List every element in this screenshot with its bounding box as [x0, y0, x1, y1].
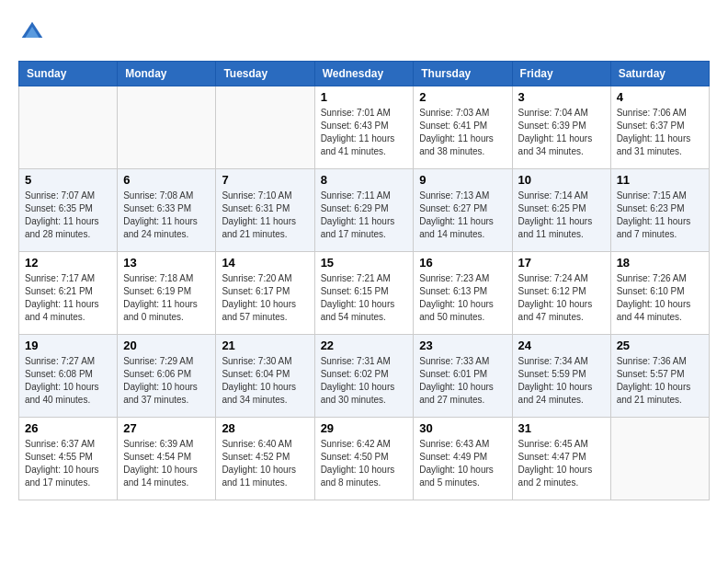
- calendar-cell: [19, 86, 118, 169]
- day-number: 5: [25, 173, 111, 187]
- cell-content: Sunrise: 7:13 AM Sunset: 6:27 PM Dayligh…: [419, 190, 506, 241]
- day-number: 23: [419, 339, 506, 352]
- cell-content: Sunrise: 7:29 AM Sunset: 6:06 PM Dayligh…: [123, 355, 210, 407]
- calendar-cell: 26Sunrise: 6:37 AM Sunset: 4:55 PM Dayli…: [19, 418, 118, 500]
- cell-content: Sunrise: 7:10 AM Sunset: 6:31 PM Dayligh…: [222, 190, 308, 241]
- calendar-cell: 5Sunrise: 7:07 AM Sunset: 6:35 PM Daylig…: [19, 169, 118, 252]
- cell-content: Sunrise: 6:40 AM Sunset: 4:52 PM Dayligh…: [222, 438, 308, 489]
- day-number: 4: [617, 90, 703, 104]
- cell-content: Sunrise: 6:45 AM Sunset: 4:47 PM Dayligh…: [518, 438, 605, 489]
- day-number: 16: [419, 256, 506, 270]
- cell-content: Sunrise: 7:11 AM Sunset: 6:29 PM Dayligh…: [321, 190, 408, 241]
- calendar-cell: 13Sunrise: 7:18 AM Sunset: 6:19 PM Dayli…: [118, 252, 216, 335]
- cell-content: Sunrise: 7:17 AM Sunset: 6:21 PM Dayligh…: [25, 272, 111, 324]
- day-number: 13: [123, 256, 210, 270]
- calendar-cell: 18Sunrise: 7:26 AM Sunset: 6:10 PM Dayli…: [610, 252, 709, 335]
- day-number: 12: [25, 256, 111, 270]
- calendar-cell: 27Sunrise: 6:39 AM Sunset: 4:54 PM Dayli…: [118, 418, 216, 500]
- cell-content: Sunrise: 7:08 AM Sunset: 6:33 PM Dayligh…: [123, 190, 210, 241]
- day-number: 15: [321, 256, 408, 270]
- calendar-header-friday: Friday: [512, 62, 610, 86]
- cell-content: Sunrise: 7:03 AM Sunset: 6:41 PM Dayligh…: [419, 107, 506, 158]
- calendar-cell: 4Sunrise: 7:06 AM Sunset: 6:37 PM Daylig…: [610, 86, 709, 169]
- logo: [18, 18, 50, 46]
- calendar-header-thursday: Thursday: [414, 62, 512, 86]
- day-number: 9: [419, 173, 506, 187]
- day-number: 31: [518, 421, 605, 435]
- cell-content: Sunrise: 7:04 AM Sunset: 6:39 PM Dayligh…: [518, 107, 605, 158]
- calendar-week-row: 5Sunrise: 7:07 AM Sunset: 6:35 PM Daylig…: [19, 169, 710, 252]
- day-number: 19: [25, 339, 111, 352]
- calendar-cell: 17Sunrise: 7:24 AM Sunset: 6:12 PM Dayli…: [512, 252, 610, 335]
- day-number: 7: [222, 173, 308, 187]
- calendar-week-row: 12Sunrise: 7:17 AM Sunset: 6:21 PM Dayli…: [19, 252, 710, 335]
- cell-content: Sunrise: 7:31 AM Sunset: 6:02 PM Dayligh…: [321, 355, 408, 407]
- calendar-cell: 7Sunrise: 7:10 AM Sunset: 6:31 PM Daylig…: [216, 169, 314, 252]
- calendar-cell: [216, 86, 314, 169]
- calendar-cell: [610, 418, 709, 500]
- calendar-cell: 25Sunrise: 7:36 AM Sunset: 5:57 PM Dayli…: [610, 335, 709, 418]
- calendar-cell: 16Sunrise: 7:23 AM Sunset: 6:13 PM Dayli…: [414, 252, 512, 335]
- cell-content: Sunrise: 6:42 AM Sunset: 4:50 PM Dayligh…: [321, 438, 408, 489]
- calendar-cell: 24Sunrise: 7:34 AM Sunset: 5:59 PM Dayli…: [512, 335, 610, 418]
- calendar-cell: [118, 86, 216, 169]
- calendar-cell: 1Sunrise: 7:01 AM Sunset: 6:43 PM Daylig…: [314, 86, 414, 169]
- calendar-cell: 11Sunrise: 7:15 AM Sunset: 6:23 PM Dayli…: [610, 169, 709, 252]
- day-number: 8: [321, 173, 408, 187]
- day-number: 21: [222, 339, 308, 352]
- cell-content: Sunrise: 6:39 AM Sunset: 4:54 PM Dayligh…: [123, 438, 210, 489]
- calendar-header-row: SundayMondayTuesdayWednesdayThursdayFrid…: [19, 62, 710, 86]
- day-number: 26: [25, 421, 111, 435]
- cell-content: Sunrise: 7:01 AM Sunset: 6:43 PM Dayligh…: [321, 107, 408, 158]
- day-number: 6: [123, 173, 210, 187]
- cell-content: Sunrise: 7:24 AM Sunset: 6:12 PM Dayligh…: [518, 272, 605, 324]
- day-number: 27: [123, 421, 210, 435]
- calendar-cell: 23Sunrise: 7:33 AM Sunset: 6:01 PM Dayli…: [414, 335, 512, 418]
- calendar-cell: 20Sunrise: 7:29 AM Sunset: 6:06 PM Dayli…: [118, 335, 216, 418]
- calendar-cell: 8Sunrise: 7:11 AM Sunset: 6:29 PM Daylig…: [314, 169, 414, 252]
- day-number: 18: [617, 256, 703, 270]
- cell-content: Sunrise: 7:30 AM Sunset: 6:04 PM Dayligh…: [222, 355, 308, 407]
- day-number: 24: [518, 339, 605, 352]
- cell-content: Sunrise: 7:36 AM Sunset: 5:57 PM Dayligh…: [617, 355, 703, 407]
- day-number: 14: [222, 256, 308, 270]
- day-number: 25: [617, 339, 703, 352]
- cell-content: Sunrise: 7:33 AM Sunset: 6:01 PM Dayligh…: [419, 355, 506, 407]
- calendar-cell: 21Sunrise: 7:30 AM Sunset: 6:04 PM Dayli…: [216, 335, 314, 418]
- calendar-week-row: 26Sunrise: 6:37 AM Sunset: 4:55 PM Dayli…: [19, 418, 710, 500]
- calendar-cell: 29Sunrise: 6:42 AM Sunset: 4:50 PM Dayli…: [314, 418, 414, 500]
- calendar-cell: 10Sunrise: 7:14 AM Sunset: 6:25 PM Dayli…: [512, 169, 610, 252]
- cell-content: Sunrise: 7:20 AM Sunset: 6:17 PM Dayligh…: [222, 272, 308, 324]
- day-number: 11: [617, 173, 703, 187]
- calendar-cell: 22Sunrise: 7:31 AM Sunset: 6:02 PM Dayli…: [314, 335, 414, 418]
- calendar-cell: 2Sunrise: 7:03 AM Sunset: 6:41 PM Daylig…: [414, 86, 512, 169]
- calendar-week-row: 19Sunrise: 7:27 AM Sunset: 6:08 PM Dayli…: [19, 335, 710, 418]
- cell-content: Sunrise: 7:18 AM Sunset: 6:19 PM Dayligh…: [123, 272, 210, 324]
- day-number: 10: [518, 173, 605, 187]
- calendar-header-tuesday: Tuesday: [216, 62, 314, 86]
- cell-content: Sunrise: 7:21 AM Sunset: 6:15 PM Dayligh…: [321, 272, 408, 324]
- calendar-cell: 30Sunrise: 6:43 AM Sunset: 4:49 PM Dayli…: [414, 418, 512, 500]
- day-number: 22: [321, 339, 408, 352]
- cell-content: Sunrise: 6:37 AM Sunset: 4:55 PM Dayligh…: [25, 438, 111, 489]
- day-number: 2: [419, 90, 506, 104]
- calendar-cell: 31Sunrise: 6:45 AM Sunset: 4:47 PM Dayli…: [512, 418, 610, 500]
- day-number: 17: [518, 256, 605, 270]
- day-number: 20: [123, 339, 210, 352]
- cell-content: Sunrise: 7:27 AM Sunset: 6:08 PM Dayligh…: [25, 355, 111, 407]
- calendar-header-wednesday: Wednesday: [314, 62, 414, 86]
- calendar-cell: 14Sunrise: 7:20 AM Sunset: 6:17 PM Dayli…: [216, 252, 314, 335]
- page-header: [18, 18, 710, 46]
- day-number: 29: [321, 421, 408, 435]
- cell-content: Sunrise: 6:43 AM Sunset: 4:49 PM Dayligh…: [419, 438, 506, 489]
- calendar-cell: 15Sunrise: 7:21 AM Sunset: 6:15 PM Dayli…: [314, 252, 414, 335]
- day-number: 30: [419, 421, 506, 435]
- calendar-cell: 6Sunrise: 7:08 AM Sunset: 6:33 PM Daylig…: [118, 169, 216, 252]
- cell-content: Sunrise: 7:23 AM Sunset: 6:13 PM Dayligh…: [419, 272, 506, 324]
- day-number: 3: [518, 90, 605, 104]
- calendar-table: SundayMondayTuesdayWednesdayThursdayFrid…: [18, 61, 710, 500]
- calendar-cell: 3Sunrise: 7:04 AM Sunset: 6:39 PM Daylig…: [512, 86, 610, 169]
- calendar-cell: 12Sunrise: 7:17 AM Sunset: 6:21 PM Dayli…: [19, 252, 118, 335]
- cell-content: Sunrise: 7:06 AM Sunset: 6:37 PM Dayligh…: [617, 107, 703, 158]
- day-number: 1: [321, 90, 408, 104]
